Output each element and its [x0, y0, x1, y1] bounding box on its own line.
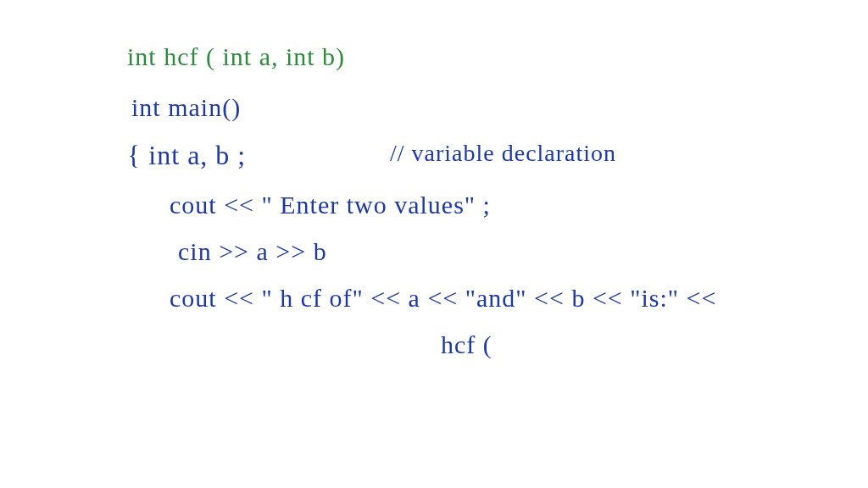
code-line-comment: // variable declaration — [390, 140, 616, 167]
code-line-main: int main() — [131, 93, 241, 122]
code-line-cin: cin >> a >> b — [178, 237, 327, 266]
code-line-declaration: int hcf ( int a, int b) — [127, 42, 345, 71]
code-line-hcfcall: hcf ( — [441, 330, 492, 359]
code-line-cout2: cout << " h cf of" << a << "and" << b <<… — [170, 284, 716, 313]
code-line-cout1: cout << " Enter two values" ; — [170, 191, 491, 219]
code-line-vars: { int a, b ; — [127, 140, 246, 171]
